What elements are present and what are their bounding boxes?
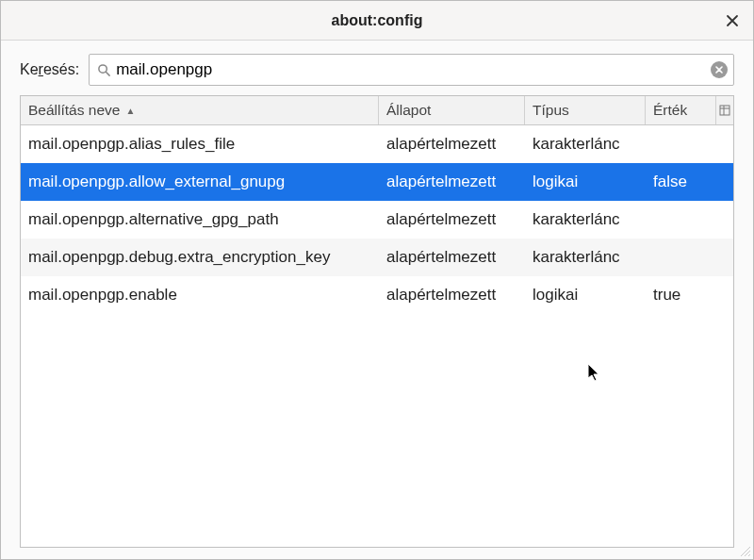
- resize-grip-icon[interactable]: [738, 544, 751, 557]
- column-picker-icon: [719, 105, 730, 116]
- cell-name: mail.openpgp.enable: [21, 286, 379, 305]
- clear-search-button[interactable]: [711, 61, 728, 78]
- config-window: about:config Keresés: Beállítás neve: [0, 0, 754, 560]
- svg-line-1: [106, 72, 109, 75]
- cell-value: false: [646, 173, 733, 191]
- cell-name: mail.openpgp.alternative_gpg_path: [21, 210, 379, 229]
- cell-type: karakterlánc: [525, 248, 646, 267]
- svg-rect-2: [720, 106, 729, 115]
- search-box[interactable]: [89, 54, 734, 86]
- table-header: Beállítás neve ▲ Állapot Típus Érték: [21, 96, 733, 125]
- column-header-value[interactable]: Érték: [646, 96, 716, 124]
- cell-type: logikai: [525, 286, 646, 305]
- content-area: Keresés: Beállítás neve ▲ Állapot Típus: [1, 41, 753, 559]
- table-row[interactable]: mail.openpgp.allow_external_gnupgalapért…: [21, 163, 733, 201]
- table-row[interactable]: mail.openpgp.alternative_gpg_pathalapért…: [21, 201, 733, 239]
- close-button[interactable]: [719, 8, 746, 34]
- column-header-name[interactable]: Beállítás neve ▲: [21, 96, 379, 124]
- close-icon: [726, 14, 739, 27]
- cell-state: alapértelmezett: [379, 286, 525, 305]
- search-icon: [95, 63, 112, 77]
- table-body[interactable]: mail.openpgp.alias_rules_filealapértelme…: [21, 125, 733, 547]
- cell-state: alapértelmezett: [379, 248, 525, 267]
- search-label: Keresés:: [20, 61, 79, 78]
- cell-value: true: [646, 286, 733, 305]
- pref-table: Beállítás neve ▲ Állapot Típus Érték mai…: [20, 95, 734, 548]
- sort-indicator-icon: ▲: [125, 106, 135, 116]
- cell-type: karakterlánc: [525, 210, 646, 229]
- cell-state: alapértelmezett: [379, 173, 525, 191]
- table-row[interactable]: mail.openpgp.debug.extra_encryption_keya…: [21, 239, 733, 276]
- column-header-state[interactable]: Állapot: [379, 96, 525, 124]
- cell-state: alapértelmezett: [379, 135, 525, 154]
- column-header-type[interactable]: Típus: [525, 96, 646, 124]
- cell-type: logikai: [525, 173, 646, 191]
- svg-line-7: [748, 554, 750, 556]
- table-row[interactable]: mail.openpgp.enablealapértelmezettlogika…: [21, 276, 733, 314]
- column-picker-button[interactable]: [716, 96, 733, 124]
- window-title: about:config: [332, 12, 423, 29]
- cell-state: alapértelmezett: [379, 210, 525, 229]
- search-row: Keresés:: [20, 54, 734, 86]
- search-input[interactable]: [112, 57, 711, 83]
- cell-name: mail.openpgp.debug.extra_encryption_key: [21, 248, 379, 267]
- cell-name: mail.openpgp.alias_rules_file: [21, 135, 379, 154]
- clear-icon: [714, 65, 724, 74]
- titlebar: about:config: [1, 1, 753, 41]
- cell-name: mail.openpgp.allow_external_gnupg: [21, 173, 379, 191]
- cell-type: karakterlánc: [525, 135, 646, 154]
- table-row[interactable]: mail.openpgp.alias_rules_filealapértelme…: [21, 125, 733, 163]
